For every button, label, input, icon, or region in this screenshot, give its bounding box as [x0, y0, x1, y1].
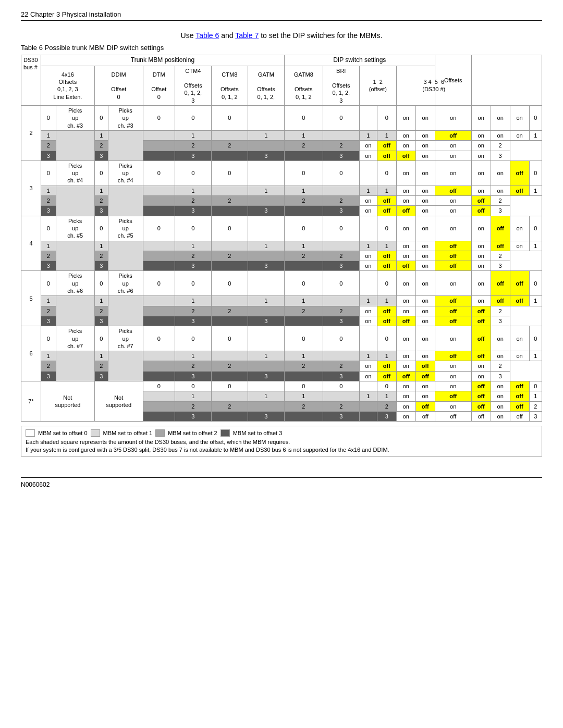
legend-box-3	[221, 429, 230, 437]
cell: 0	[41, 216, 56, 241]
cell: 1	[359, 130, 377, 140]
cell: 0	[175, 216, 211, 241]
cell: on	[471, 151, 491, 161]
cell: on	[415, 381, 435, 391]
cell: 2	[211, 251, 248, 261]
cell: 2	[94, 141, 108, 151]
cell: on	[435, 401, 471, 411]
cell	[143, 241, 175, 251]
cell: on	[471, 261, 491, 271]
cell: 0	[377, 381, 396, 391]
cell: 1	[248, 130, 284, 140]
cell: on	[471, 161, 491, 186]
cell: on	[396, 411, 415, 421]
table6-link[interactable]: Table 6	[195, 31, 219, 40]
cell	[143, 361, 175, 371]
cell	[108, 351, 143, 381]
cell: 0	[529, 326, 542, 351]
cell: 1	[41, 351, 56, 361]
cell	[143, 391, 175, 401]
cell	[143, 186, 175, 195]
cell: 3	[175, 151, 211, 161]
ds30-bus-7: 7*	[21, 381, 41, 421]
cell	[359, 401, 377, 411]
legend-label-1: MBM set to offset 1	[103, 430, 153, 436]
cell: 1	[359, 296, 377, 306]
cell: on	[415, 241, 435, 251]
cell: 3	[323, 261, 359, 271]
cell: 0	[323, 271, 359, 296]
cell	[359, 106, 377, 131]
cell: on	[471, 361, 491, 371]
cell: on	[491, 391, 510, 401]
cell: off	[377, 196, 396, 206]
col-dtm: DTMOffset0	[143, 66, 175, 105]
cell: 0	[211, 381, 248, 391]
cell: 2	[41, 306, 56, 316]
dip-3-4-5-6: 3 4 5 6(DS30 #)	[396, 66, 471, 105]
cell: 0	[143, 216, 175, 241]
cell: off	[510, 161, 529, 186]
cell: on	[415, 216, 435, 241]
cell: 0	[377, 161, 396, 186]
cell	[56, 296, 94, 326]
cell: 0	[284, 271, 323, 296]
cell: off	[510, 391, 529, 401]
cell: on	[415, 251, 435, 261]
ds30-bus-5: 5	[21, 271, 41, 326]
cell: 1	[175, 130, 211, 140]
cell: off	[435, 261, 471, 271]
cell: 1	[94, 130, 108, 140]
cell: on	[435, 151, 471, 161]
cell: on	[491, 351, 510, 361]
cell: 0	[211, 216, 248, 241]
table7-link[interactable]: Table 7	[235, 31, 259, 40]
cell: on	[435, 371, 471, 381]
cell: 0	[175, 161, 211, 186]
cell: 0	[175, 106, 211, 131]
cell: off	[415, 371, 435, 381]
cell: 1	[41, 296, 56, 306]
cell: on	[415, 306, 435, 316]
cell: 0	[41, 106, 56, 131]
cell: 3	[323, 411, 359, 421]
cell: 2	[323, 306, 359, 316]
cell	[284, 371, 323, 381]
cell: 2	[175, 306, 211, 316]
cell	[359, 411, 377, 421]
cell: 2	[211, 361, 248, 371]
cell: off	[471, 381, 491, 391]
cell: on	[491, 401, 510, 411]
cell: 1	[175, 186, 211, 195]
cell: 0	[94, 271, 108, 296]
cell	[143, 251, 175, 261]
cell	[211, 391, 248, 401]
cell: 0	[175, 326, 211, 351]
cell	[284, 151, 323, 161]
cell: 0	[175, 271, 211, 296]
cell: off	[377, 371, 396, 381]
cell: off	[491, 271, 510, 296]
cell: Picksupch. #4	[108, 161, 143, 186]
cell	[211, 206, 248, 216]
cell: 0	[211, 271, 248, 296]
cell: 0	[284, 381, 323, 391]
cell: on	[435, 216, 471, 241]
cell	[211, 316, 248, 326]
cell: off	[435, 316, 471, 326]
cell: on	[359, 316, 377, 326]
cell: off	[435, 351, 471, 361]
cell: on	[435, 326, 471, 351]
legend-box-2	[155, 429, 165, 437]
cell: 3	[248, 371, 284, 381]
cell	[248, 161, 284, 186]
cell: off	[435, 306, 471, 316]
cell: 1	[248, 351, 284, 361]
cell: off	[471, 411, 491, 421]
cell: on	[491, 161, 510, 186]
ds30-bus-3: 3	[21, 161, 41, 216]
cell: 1	[359, 241, 377, 251]
legend-box-1	[91, 429, 100, 437]
cell: 1	[529, 351, 542, 361]
cell: on	[396, 296, 415, 306]
